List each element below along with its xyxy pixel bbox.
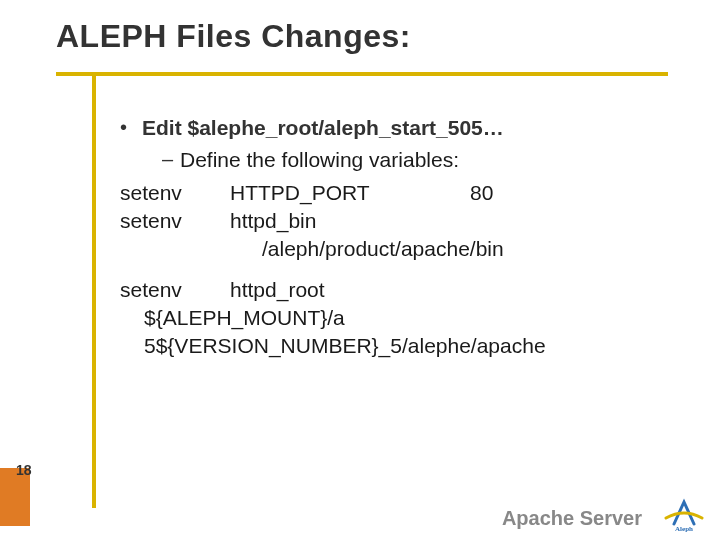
env-row-2: setenv httpd_bin [120, 207, 672, 235]
bullet-label: Edit $alephe_root/aleph_start_505… [142, 114, 504, 142]
bullet-icon: • [120, 114, 142, 141]
env-val: 80 [470, 179, 672, 207]
env-cmd: setenv [120, 207, 230, 235]
dash-icon: – [162, 146, 180, 173]
slide: ALEPH Files Changes: • Edit $alephe_root… [0, 0, 720, 540]
env-row-3-val: ${ALEPH_MOUNT}/a 5${VERSION_NUMBER}_5/al… [144, 304, 672, 361]
footer-title: Apache Server [502, 507, 642, 530]
sub-bullet-label: Define the following variables: [180, 146, 459, 174]
svg-text:Aleph: Aleph [675, 525, 693, 532]
title-underline [56, 72, 668, 76]
slide-title: ALEPH Files Changes: [56, 18, 411, 55]
bullet-main: • Edit $alephe_root/aleph_start_505… [120, 114, 672, 142]
env-block: setenv HTTPD_PORT 80 setenv httpd_bin /a… [120, 179, 672, 361]
slide-content: • Edit $alephe_root/aleph_start_505… – D… [120, 114, 672, 361]
env-cmd: setenv [120, 276, 230, 304]
env-row-1: setenv HTTPD_PORT 80 [120, 179, 672, 207]
env-var: httpd_bin [230, 207, 470, 235]
env-cmd: setenv [120, 179, 230, 207]
sub-bullet: – Define the following variables: [162, 146, 672, 174]
env-row-2-val: /aleph/product/apache/bin [230, 235, 672, 263]
aleph-logo-icon: Aleph [658, 494, 712, 532]
env-row-3: setenv httpd_root [120, 276, 672, 304]
vertical-divider [92, 72, 96, 508]
env-var: httpd_root [230, 276, 325, 304]
env-var: HTTPD_PORT [230, 179, 470, 207]
page-number: 18 [16, 462, 32, 478]
